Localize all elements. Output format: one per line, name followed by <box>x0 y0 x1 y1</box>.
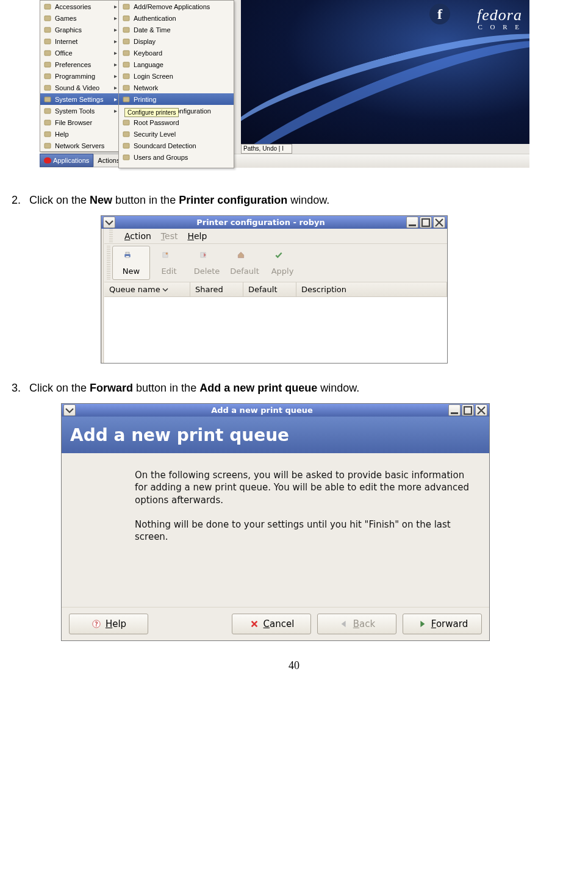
menu-preferences[interactable]: Preferences▸ <box>40 59 120 70</box>
menu-file-browser[interactable]: File Browser <box>40 116 120 128</box>
ss-users-groups[interactable]: Users and Groups <box>119 151 234 163</box>
applications-button[interactable]: Applications <box>40 154 93 167</box>
menu-item-label: Games <box>55 15 114 22</box>
svg-rect-23 <box>123 132 129 137</box>
ss-login-screen[interactable]: Login Screen <box>119 70 234 82</box>
back-icon <box>339 618 350 629</box>
menu-item-label: Network Servers <box>55 142 117 149</box>
ss-keyboard[interactable]: Keyboard <box>119 47 234 59</box>
menu-item-label: Add/Remove Applications <box>134 3 231 10</box>
menu-sound-video-icon <box>43 84 52 92</box>
menu-item-label: Internet <box>55 38 114 45</box>
maximize-button[interactable] <box>420 217 432 228</box>
menu-office-icon <box>43 49 52 57</box>
wizard-text-1: On the following screens, you will be as… <box>135 469 472 506</box>
window-menu-button[interactable] <box>103 217 115 228</box>
tooltip-configure-printers: Configure printers <box>124 108 179 117</box>
menu-system-settings-icon <box>43 95 52 104</box>
col-shared[interactable]: Shared <box>190 282 243 297</box>
window-title: Printer configuration - robyn <box>115 218 406 227</box>
redhat-icon <box>44 157 51 163</box>
close-button[interactable] <box>475 404 487 416</box>
apply-button: Apply <box>264 246 301 280</box>
menu-item-label: Authentication <box>134 15 231 22</box>
forward-button[interactable]: Forward <box>403 614 482 634</box>
wizard-banner: Add a new print queue <box>62 417 489 453</box>
menu-network-servers[interactable]: Network Servers <box>40 140 120 151</box>
submenu-arrow-icon: ▸ <box>114 15 117 21</box>
ss-language-icon <box>121 60 131 69</box>
ss-soundcard-icon <box>121 142 131 150</box>
ss-root-password[interactable]: Root Password <box>119 116 234 128</box>
ss-display[interactable]: Display <box>119 35 234 47</box>
menu-item-label: Login Screen <box>134 73 231 80</box>
ss-display-icon <box>121 37 131 46</box>
help-icon: ? <box>91 618 102 629</box>
svg-rect-20 <box>123 85 129 90</box>
ss-network[interactable]: Network <box>119 82 234 93</box>
ss-date-time-icon <box>121 26 131 34</box>
delete-icon <box>199 251 215 265</box>
menu-help[interactable]: Help <box>40 128 120 140</box>
svg-rect-24 <box>123 143 129 148</box>
titlebar[interactable]: Add a new print queue <box>62 404 489 417</box>
svg-rect-0 <box>45 4 51 9</box>
svg-rect-14 <box>123 16 129 21</box>
menu-programming[interactable]: Programming▸ <box>40 70 120 82</box>
maximize-button[interactable] <box>462 404 474 416</box>
ss-users-groups-icon <box>121 153 131 162</box>
ss-add-remove[interactable]: Add/Remove Applications <box>119 1 234 12</box>
menu-item-label: Graphics <box>55 26 114 34</box>
svg-rect-35 <box>464 407 471 414</box>
menu-graphics[interactable]: Graphics▸ <box>40 24 120 35</box>
svg-rect-27 <box>422 219 429 226</box>
ss-soundcard[interactable]: Soundcard Detection <box>119 140 234 151</box>
menu-internet[interactable]: Internet▸ <box>40 35 120 47</box>
close-button[interactable] <box>433 217 445 228</box>
printer-list[interactable] <box>104 297 447 363</box>
cancel-button[interactable]: Cancel <box>232 614 311 634</box>
ss-language[interactable]: Language <box>119 59 234 70</box>
submenu-arrow-icon: ▸ <box>114 107 117 114</box>
col-description[interactable]: Description <box>296 282 447 297</box>
page-number: 40 <box>0 659 588 672</box>
app-status-strip: Paths, Undo | I <box>241 144 292 154</box>
svg-rect-3 <box>45 39 51 44</box>
menu-help[interactable]: Help <box>187 231 207 241</box>
svg-rect-29 <box>126 252 129 254</box>
col-default[interactable]: Default <box>243 282 296 297</box>
menu-system-tools[interactable]: System Tools▸ <box>40 105 120 116</box>
ss-printing[interactable]: Printing <box>119 93 234 105</box>
menu-system-settings[interactable]: System Settings▸ <box>40 93 120 105</box>
ss-authentication[interactable]: Authentication <box>119 12 234 24</box>
menu-action[interactable]: Action <box>124 231 151 241</box>
svg-rect-6 <box>45 74 51 79</box>
ss-add-remove-icon <box>121 2 131 11</box>
svg-rect-11 <box>45 132 51 137</box>
menu-accessories[interactable]: Accessories▸ <box>40 1 120 12</box>
menu-test[interactable]: Test <box>161 231 178 241</box>
window-menu-button[interactable] <box>63 404 76 416</box>
minimize-button[interactable] <box>448 404 461 416</box>
screenshot-add-print-queue: Add a new print queue Add a new print qu… <box>61 403 490 641</box>
svg-point-32 <box>166 252 168 254</box>
menu-games[interactable]: Games▸ <box>40 12 120 24</box>
menu-item-label: Accessories <box>55 3 114 10</box>
instruction-step-3: 3. Click on the Forward button in the Ad… <box>0 382 588 395</box>
menu-item-label: Help <box>55 131 117 138</box>
menu-sound-video[interactable]: Sound & Video▸ <box>40 82 120 93</box>
svg-rect-7 <box>45 85 51 90</box>
minimize-button[interactable] <box>406 217 418 228</box>
ss-security-level[interactable]: Security Level <box>119 128 234 140</box>
menu-item-label: Root Password <box>134 119 231 126</box>
col-queue-name[interactable]: Queue name <box>104 282 190 297</box>
menu-office[interactable]: Office▸ <box>40 47 120 59</box>
toolbar: New Edit Delete Default <box>104 244 447 282</box>
help-button[interactable]: ? Help <box>69 614 148 634</box>
cancel-icon <box>249 618 260 629</box>
new-button[interactable]: New <box>112 246 150 280</box>
titlebar[interactable]: Printer configuration - robyn <box>101 216 447 229</box>
ss-date-time[interactable]: Date & Time <box>119 24 234 35</box>
ss-root-password-icon <box>121 118 131 127</box>
menu-item-label: Date & Time <box>134 26 231 34</box>
